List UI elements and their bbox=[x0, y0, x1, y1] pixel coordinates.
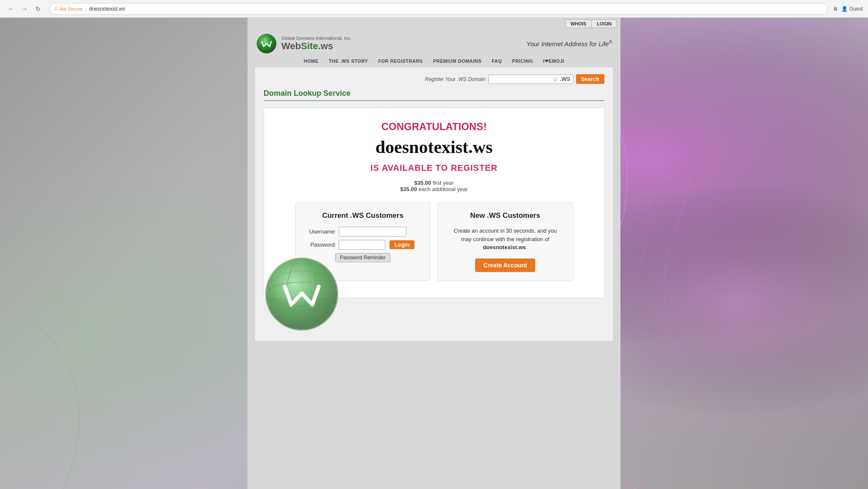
content-area: Register Your .WS Domain ☺ .WS Search Do… bbox=[255, 67, 613, 341]
logo-area: Global Domains International, Inc. WebSi… bbox=[256, 33, 352, 54]
nav-premium-domains[interactable]: PREMIUM DOMAINS bbox=[433, 58, 481, 64]
username-input[interactable] bbox=[339, 227, 406, 236]
whois-button[interactable]: WHOIS bbox=[565, 20, 592, 28]
create-account-button[interactable]: Create Account bbox=[475, 258, 536, 272]
warning-icon: ⚠ bbox=[54, 6, 58, 11]
password-input[interactable] bbox=[339, 240, 385, 250]
emoji-icon: ☺ bbox=[552, 76, 558, 83]
login-top-button[interactable]: LOGIN bbox=[592, 20, 617, 28]
account-icon: 👤 bbox=[841, 6, 848, 12]
browser-right-controls: 🖥 👤 Guest bbox=[833, 6, 863, 12]
top-bar-buttons: WHOIS LOGIN bbox=[565, 19, 617, 28]
page-wrapper: WHOIS LOGIN bbox=[0, 18, 868, 489]
address-bar[interactable]: ⚠ Not Secure | doesnotexist.ws bbox=[49, 3, 828, 15]
nav-bar: HOME THE .WS STORY FOR REGISTRARS PREMIU… bbox=[248, 56, 620, 67]
bottom-decoration bbox=[264, 298, 604, 332]
domain-search-bar: Register Your .WS Domain ☺ .WS Search bbox=[264, 74, 604, 84]
new-customers-title: New .WS Customers bbox=[448, 211, 562, 220]
login-button[interactable]: Login bbox=[389, 240, 415, 249]
search-button[interactable]: Search bbox=[576, 74, 604, 84]
browser-chrome: ← → ↻ ⚠ Not Secure | doesnotexist.ws 🖥 👤… bbox=[0, 0, 868, 18]
nav-emoji[interactable]: I❤EMOJI bbox=[543, 58, 565, 64]
domain-name-display: doesnotexist.ws bbox=[273, 137, 595, 157]
company-name: Global Domains International, Inc. bbox=[281, 36, 352, 41]
pricing-info: $35.00 first year $35.00 each additional… bbox=[273, 180, 595, 192]
nav-registrars[interactable]: FOR REGISTRARS bbox=[378, 58, 423, 64]
username-row: Username: bbox=[306, 227, 420, 236]
congratulations-text: CONGRATULATIONS! bbox=[273, 121, 595, 133]
register-label: Register Your .WS Domain bbox=[425, 76, 486, 82]
browser-nav-buttons: ← → ↻ bbox=[5, 3, 44, 15]
domain-extension: .WS bbox=[560, 76, 570, 82]
new-customers-box: New .WS Customers Create an account in 3… bbox=[437, 203, 573, 281]
main-container: WHOIS LOGIN bbox=[248, 18, 620, 489]
tagline: Your Internet Address for Life® bbox=[526, 40, 612, 47]
screen-icon: 🖥 bbox=[833, 6, 838, 12]
url-text: doesnotexist.ws bbox=[89, 6, 125, 12]
nav-faq[interactable]: FAQ bbox=[492, 58, 502, 64]
forward-button[interactable]: → bbox=[19, 3, 31, 15]
price-first-year: $35.00 first year bbox=[273, 180, 595, 186]
logo-globe-icon bbox=[256, 33, 277, 54]
nav-ws-story[interactable]: THE .WS STORY bbox=[329, 58, 368, 64]
password-row: Password: Login bbox=[306, 240, 420, 250]
domain-search-input[interactable] bbox=[491, 76, 551, 82]
password-reminder-button[interactable]: Password Reminder bbox=[335, 253, 390, 262]
back-button[interactable]: ← bbox=[5, 3, 17, 15]
not-secure-indicator: ⚠ Not Secure bbox=[54, 6, 83, 11]
domain-lookup-heading: Domain Lookup Service bbox=[264, 89, 604, 101]
separator: | bbox=[85, 6, 86, 12]
nav-pricing[interactable]: PRICING bbox=[512, 58, 533, 64]
brand-name: WebSite.ws bbox=[281, 41, 352, 52]
logo-text-area: Global Domains International, Inc. WebSi… bbox=[281, 36, 352, 52]
green-globe-watermark bbox=[264, 256, 340, 332]
available-text: IS AVAILABLE TO REGISTER bbox=[273, 163, 595, 173]
reload-button[interactable]: ↻ bbox=[32, 3, 44, 15]
username-label: Username: bbox=[306, 228, 336, 235]
domain-input-wrapper: ☺ .WS bbox=[488, 75, 573, 84]
top-bar: WHOIS LOGIN bbox=[248, 18, 620, 30]
guest-button[interactable]: 👤 Guest bbox=[841, 6, 863, 12]
domain-reference: doesnotexist.ws bbox=[483, 244, 526, 250]
price-additional: $35.00 each additional year bbox=[273, 186, 595, 192]
nav-home[interactable]: HOME bbox=[304, 58, 319, 64]
header: Global Domains International, Inc. WebSi… bbox=[248, 30, 620, 56]
new-customer-description: Create an account in 30 seconds, and you… bbox=[448, 227, 562, 252]
current-customers-title: Current .WS Customers bbox=[306, 211, 420, 220]
password-label: Password: bbox=[306, 242, 336, 248]
